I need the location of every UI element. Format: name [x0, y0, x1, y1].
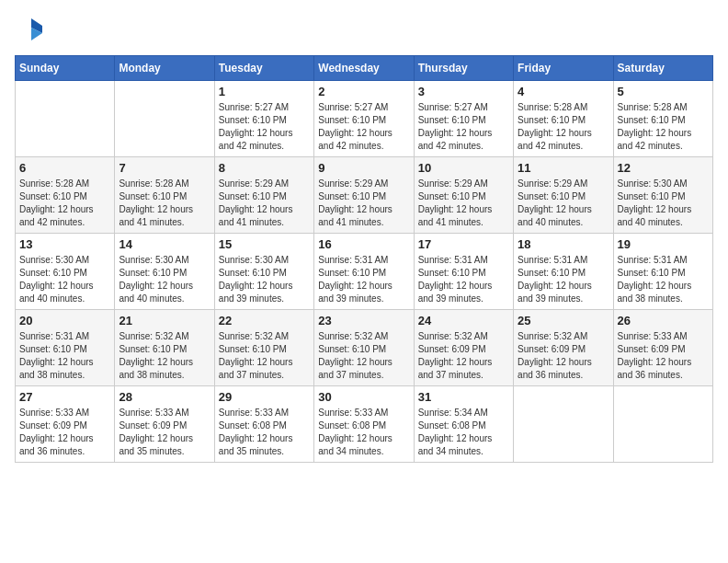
day-info: Sunrise: 5:32 AM Sunset: 6:10 PM Dayligh… [119, 330, 210, 382]
calendar-cell: 11Sunrise: 5:29 AM Sunset: 6:10 PM Dayli… [514, 157, 613, 234]
day-number: 26 [618, 314, 709, 327]
day-number: 6 [19, 161, 110, 175]
weekday-header-wednesday: Wednesday [314, 56, 414, 81]
calendar-cell: 24Sunrise: 5:32 AM Sunset: 6:09 PM Dayli… [414, 310, 513, 386]
calendar-cell: 19Sunrise: 5:31 AM Sunset: 6:10 PM Dayli… [613, 234, 712, 310]
day-number: 24 [418, 314, 509, 327]
logo [15, 15, 48, 44]
day-number: 21 [119, 314, 210, 327]
calendar-cell: 9Sunrise: 5:29 AM Sunset: 6:10 PM Daylig… [314, 157, 414, 234]
day-number: 22 [219, 314, 310, 327]
day-number: 8 [219, 161, 310, 175]
day-number: 25 [518, 314, 609, 327]
day-number: 17 [418, 237, 509, 251]
calendar-cell: 31Sunrise: 5:34 AM Sunset: 6:08 PM Dayli… [414, 386, 513, 463]
calendar-body: 1Sunrise: 5:27 AM Sunset: 6:10 PM Daylig… [16, 81, 713, 463]
calendar-cell: 15Sunrise: 5:30 AM Sunset: 6:10 PM Dayli… [214, 234, 313, 310]
day-info: Sunrise: 5:31 AM Sunset: 6:10 PM Dayligh… [518, 254, 609, 305]
day-info: Sunrise: 5:30 AM Sunset: 6:10 PM Dayligh… [119, 254, 210, 305]
day-info: Sunrise: 5:30 AM Sunset: 6:10 PM Dayligh… [219, 254, 310, 305]
calendar-cell [16, 81, 115, 157]
calendar-cell: 1Sunrise: 5:27 AM Sunset: 6:10 PM Daylig… [214, 81, 313, 157]
day-number: 19 [618, 237, 709, 251]
day-number: 3 [418, 85, 509, 98]
calendar-cell: 6Sunrise: 5:28 AM Sunset: 6:10 PM Daylig… [16, 157, 115, 234]
day-info: Sunrise: 5:31 AM Sunset: 6:10 PM Dayligh… [19, 330, 110, 382]
day-info: Sunrise: 5:33 AM Sunset: 6:09 PM Dayligh… [119, 407, 210, 458]
day-number: 31 [418, 390, 509, 404]
day-number: 20 [19, 314, 110, 327]
calendar-cell [514, 386, 613, 463]
calendar-cell: 5Sunrise: 5:28 AM Sunset: 6:10 PM Daylig… [613, 81, 712, 157]
day-info: Sunrise: 5:28 AM Sunset: 6:10 PM Dayligh… [119, 178, 210, 229]
calendar-cell: 28Sunrise: 5:33 AM Sunset: 6:09 PM Dayli… [115, 386, 214, 463]
day-number: 16 [318, 237, 409, 251]
day-number: 28 [119, 390, 210, 404]
day-number: 14 [119, 237, 210, 251]
day-info: Sunrise: 5:33 AM Sunset: 6:08 PM Dayligh… [318, 407, 409, 458]
day-info: Sunrise: 5:33 AM Sunset: 6:09 PM Dayligh… [618, 330, 709, 382]
day-number: 18 [518, 237, 609, 251]
day-info: Sunrise: 5:32 AM Sunset: 6:09 PM Dayligh… [518, 330, 609, 382]
day-info: Sunrise: 5:33 AM Sunset: 6:09 PM Dayligh… [19, 407, 110, 458]
day-info: Sunrise: 5:31 AM Sunset: 6:10 PM Dayligh… [318, 254, 409, 305]
calendar-cell: 4Sunrise: 5:28 AM Sunset: 6:10 PM Daylig… [514, 81, 613, 157]
calendar-cell: 20Sunrise: 5:31 AM Sunset: 6:10 PM Dayli… [16, 310, 115, 386]
day-info: Sunrise: 5:27 AM Sunset: 6:10 PM Dayligh… [318, 101, 409, 153]
page-header [15, 15, 713, 44]
calendar-cell: 16Sunrise: 5:31 AM Sunset: 6:10 PM Dayli… [314, 234, 414, 310]
calendar-cell: 10Sunrise: 5:29 AM Sunset: 6:10 PM Dayli… [414, 157, 513, 234]
day-number: 30 [318, 390, 409, 404]
weekday-header-friday: Friday [514, 56, 613, 81]
calendar-cell: 30Sunrise: 5:33 AM Sunset: 6:08 PM Dayli… [314, 386, 414, 463]
day-number: 12 [618, 161, 709, 175]
day-info: Sunrise: 5:27 AM Sunset: 6:10 PM Dayligh… [418, 101, 509, 153]
day-info: Sunrise: 5:27 AM Sunset: 6:10 PM Dayligh… [219, 101, 310, 153]
day-info: Sunrise: 5:32 AM Sunset: 6:09 PM Dayligh… [418, 330, 509, 382]
day-info: Sunrise: 5:29 AM Sunset: 6:10 PM Dayligh… [318, 178, 409, 229]
calendar-cell: 8Sunrise: 5:29 AM Sunset: 6:10 PM Daylig… [214, 157, 313, 234]
day-info: Sunrise: 5:30 AM Sunset: 6:10 PM Dayligh… [19, 254, 110, 305]
weekday-header-sunday: Sunday [16, 56, 115, 81]
day-number: 13 [19, 237, 110, 251]
day-info: Sunrise: 5:32 AM Sunset: 6:10 PM Dayligh… [318, 330, 409, 382]
day-number: 27 [19, 390, 110, 404]
calendar-cell: 22Sunrise: 5:32 AM Sunset: 6:10 PM Dayli… [214, 310, 313, 386]
calendar-week-row: 13Sunrise: 5:30 AM Sunset: 6:10 PM Dayli… [16, 234, 713, 310]
calendar-cell: 13Sunrise: 5:30 AM Sunset: 6:10 PM Dayli… [16, 234, 115, 310]
day-number: 4 [518, 85, 609, 98]
calendar-cell: 18Sunrise: 5:31 AM Sunset: 6:10 PM Dayli… [514, 234, 613, 310]
calendar-cell: 29Sunrise: 5:33 AM Sunset: 6:08 PM Dayli… [214, 386, 313, 463]
day-info: Sunrise: 5:32 AM Sunset: 6:10 PM Dayligh… [219, 330, 310, 382]
calendar-table: SundayMondayTuesdayWednesdayThursdayFrid… [15, 55, 713, 463]
day-info: Sunrise: 5:31 AM Sunset: 6:10 PM Dayligh… [618, 254, 709, 305]
day-info: Sunrise: 5:29 AM Sunset: 6:10 PM Dayligh… [518, 178, 609, 229]
day-info: Sunrise: 5:29 AM Sunset: 6:10 PM Dayligh… [418, 178, 509, 229]
calendar-week-row: 20Sunrise: 5:31 AM Sunset: 6:10 PM Dayli… [16, 310, 713, 386]
calendar-cell [115, 81, 214, 157]
calendar-cell: 12Sunrise: 5:30 AM Sunset: 6:10 PM Dayli… [613, 157, 712, 234]
day-number: 7 [119, 161, 210, 175]
day-number: 11 [518, 161, 609, 175]
calendar-header: SundayMondayTuesdayWednesdayThursdayFrid… [16, 56, 713, 81]
day-info: Sunrise: 5:30 AM Sunset: 6:10 PM Dayligh… [618, 178, 709, 229]
weekday-row: SundayMondayTuesdayWednesdayThursdayFrid… [16, 56, 713, 81]
day-info: Sunrise: 5:31 AM Sunset: 6:10 PM Dayligh… [418, 254, 509, 305]
calendar-week-row: 27Sunrise: 5:33 AM Sunset: 6:09 PM Dayli… [16, 386, 713, 463]
day-number: 10 [418, 161, 509, 175]
calendar-cell: 21Sunrise: 5:32 AM Sunset: 6:10 PM Dayli… [115, 310, 214, 386]
day-number: 23 [318, 314, 409, 327]
weekday-header-monday: Monday [115, 56, 214, 81]
day-info: Sunrise: 5:34 AM Sunset: 6:08 PM Dayligh… [418, 407, 509, 458]
calendar-cell: 14Sunrise: 5:30 AM Sunset: 6:10 PM Dayli… [115, 234, 214, 310]
day-number: 15 [219, 237, 310, 251]
calendar-cell: 7Sunrise: 5:28 AM Sunset: 6:10 PM Daylig… [115, 157, 214, 234]
calendar-week-row: 6Sunrise: 5:28 AM Sunset: 6:10 PM Daylig… [16, 157, 713, 234]
day-info: Sunrise: 5:33 AM Sunset: 6:08 PM Dayligh… [219, 407, 310, 458]
calendar-cell: 26Sunrise: 5:33 AM Sunset: 6:09 PM Dayli… [613, 310, 712, 386]
calendar-week-row: 1Sunrise: 5:27 AM Sunset: 6:10 PM Daylig… [16, 81, 713, 157]
day-info: Sunrise: 5:28 AM Sunset: 6:10 PM Dayligh… [618, 101, 709, 153]
day-number: 1 [219, 85, 310, 98]
calendar-cell: 23Sunrise: 5:32 AM Sunset: 6:10 PM Dayli… [314, 310, 414, 386]
calendar-cell: 25Sunrise: 5:32 AM Sunset: 6:09 PM Dayli… [514, 310, 613, 386]
